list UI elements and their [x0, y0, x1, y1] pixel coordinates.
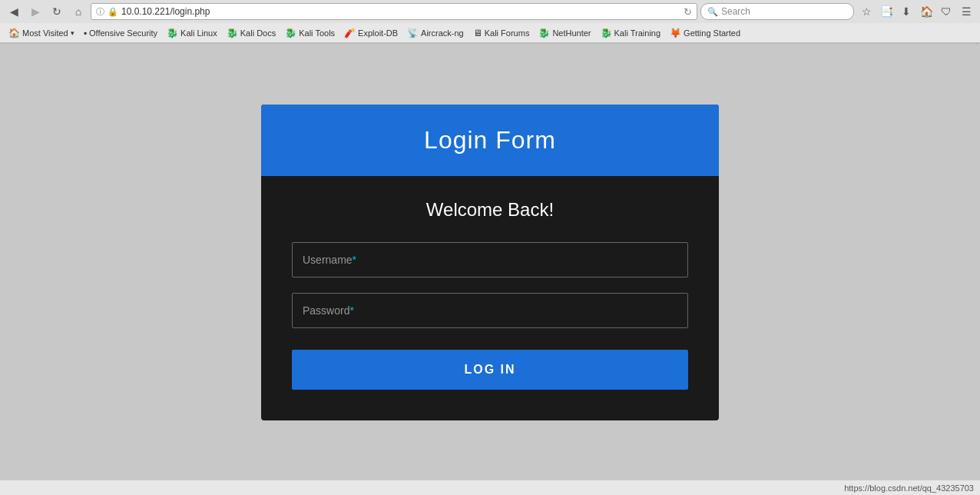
bookmark-label: Kali Tools — [299, 28, 335, 38]
bookmark-offensive-security[interactable]: ▪ Offensive Security — [80, 26, 161, 40]
search-icon: 🔍 — [707, 7, 718, 17]
reload-url-button[interactable]: ↻ — [684, 6, 692, 18]
most-visited-icon: 🏠 — [8, 28, 20, 38]
browser-toolbar: ◀ ▶ ↻ ⌂ ⓘ 🔒 10.0.10.221/login.php ↻ 🔍 Se… — [0, 0, 980, 23]
browser-chrome: ◀ ▶ ↻ ⌂ ⓘ 🔒 10.0.10.221/login.php ↻ 🔍 Se… — [0, 0, 980, 44]
password-input[interactable] — [292, 293, 688, 328]
bookmark-kali-linux[interactable]: 🐉 Kali Linux — [163, 26, 221, 40]
bookmark-label: Kali Training — [614, 28, 661, 38]
bookmark-label: Kali Forums — [485, 28, 530, 38]
bookmark-aircrack-ng[interactable]: 📡 Aircrack-ng — [403, 26, 468, 40]
bookmark-most-visited[interactable]: 🏠 Most Visited ▾ — [5, 26, 78, 40]
bookmark-label: Getting Started — [684, 28, 740, 38]
getting-started-icon: 🦊 — [670, 28, 681, 38]
address-bar[interactable]: ⓘ 🔒 10.0.10.221/login.php ↻ — [91, 3, 697, 20]
kali-training-icon: 🐉 — [601, 28, 612, 38]
username-group: Username* — [292, 242, 688, 277]
info-icon: ⓘ — [96, 6, 104, 18]
toolbar-icons: ☆ 📑 ⬇ 🏠 🛡 ☰ — [857, 2, 975, 21]
login-button[interactable]: LOG IN — [292, 350, 688, 390]
bookmark-label: Offensive Security — [89, 28, 157, 38]
url-text: 10.0.10.221/login.php — [121, 6, 210, 17]
bookmark-label: Exploit-DB — [358, 28, 398, 38]
home-nav-button[interactable]: 🏠 — [917, 2, 935, 21]
welcome-text: Welcome Back! — [292, 199, 688, 221]
bookmark-kali-training[interactable]: 🐉 Kali Training — [597, 26, 665, 40]
kali-forums-icon: 🖥 — [473, 28, 482, 38]
bookmark-getting-started[interactable]: 🦊 Getting Started — [666, 26, 744, 40]
status-url: https://blog.csdn.net/qq_43235703 — [844, 483, 974, 493]
search-bar[interactable]: 🔍 Search — [700, 3, 854, 20]
menu-button[interactable]: ☰ — [957, 2, 975, 21]
exploit-db-icon: 🧨 — [344, 28, 356, 38]
reload-button[interactable]: ↻ — [48, 2, 66, 21]
download-button[interactable]: ⬇ — [897, 2, 915, 21]
bookmark-label: Kali Docs — [240, 28, 276, 38]
lock-icon: 🔒 — [108, 7, 118, 17]
aircrack-icon: 📡 — [407, 28, 419, 38]
bookmark-label: NetHunter — [552, 28, 591, 38]
username-input[interactable] — [292, 242, 688, 277]
bookmarks-bar: 🏠 Most Visited ▾ ▪ Offensive Security 🐉 … — [0, 23, 980, 43]
bookmark-label: Kali Linux — [180, 28, 217, 38]
bookmark-star-button[interactable]: ☆ — [857, 2, 876, 21]
back-button[interactable]: ◀ — [5, 2, 23, 21]
password-group: Password* — [292, 293, 688, 328]
forward-button[interactable]: ▶ — [26, 2, 45, 21]
bookmark-nethunter[interactable]: 🐉 NetHunter — [535, 26, 594, 40]
bookmark-kali-docs[interactable]: 🐉 Kali Docs — [223, 26, 280, 40]
login-form-title: Login Form — [292, 126, 688, 154]
dropdown-arrow-icon: ▾ — [71, 29, 74, 37]
login-body: Welcome Back! Username* Password* LOG IN — [261, 176, 719, 420]
kali-linux-icon: 🐉 — [167, 28, 178, 38]
bookmark-label: Most Visited — [22, 28, 68, 38]
bookmark-exploit-db[interactable]: 🧨 Exploit-DB — [340, 26, 402, 40]
kali-docs-icon: 🐉 — [227, 28, 238, 38]
login-header: Login Form — [261, 105, 719, 176]
home-button[interactable]: ⌂ — [69, 2, 88, 21]
page-content: Login Form Welcome Back! Username* Passw… — [0, 44, 980, 480]
login-card: Login Form Welcome Back! Username* Passw… — [261, 105, 719, 420]
bookmark-kali-forums[interactable]: 🖥 Kali Forums — [469, 26, 534, 40]
status-bar: https://blog.csdn.net/qq_43235703 — [0, 480, 980, 495]
shield-button[interactable]: 🛡 — [937, 2, 955, 21]
nethunter-icon: 🐉 — [538, 28, 550, 38]
search-placeholder: Search — [721, 6, 750, 17]
kali-tools-icon: 🐉 — [285, 28, 296, 38]
bookmark-kali-tools[interactable]: 🐉 Kali Tools — [281, 26, 339, 40]
bookmark-label: Aircrack-ng — [421, 28, 464, 38]
bookmarks-list-button[interactable]: 📑 — [877, 2, 896, 21]
offensive-security-icon: ▪ — [84, 28, 87, 38]
